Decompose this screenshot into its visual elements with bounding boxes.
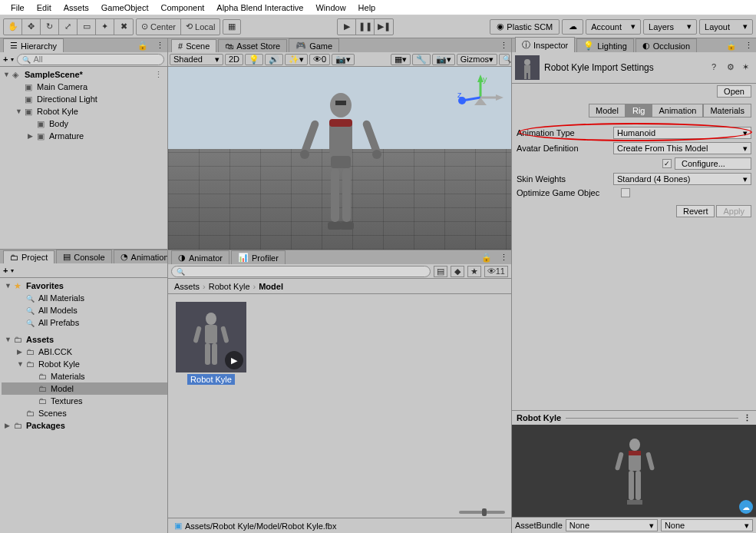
hierarchy-item[interactable]: Main Camera — [0, 81, 167, 93]
hierarchy-add-button[interactable]: + — [3, 55, 8, 64]
settings-icon[interactable]: ✶ — [742, 62, 753, 73]
hierarchy-item[interactable]: Body — [0, 118, 167, 130]
avatar-def-dropdown[interactable]: Create From This Model▾ — [613, 142, 751, 154]
folder-item[interactable]: ▼Robot Kyle — [2, 358, 167, 370]
filter-type[interactable]: ▤ — [434, 266, 447, 277]
play-button[interactable]: ▶ — [338, 19, 356, 35]
folder-item[interactable]: ▶ABI.CCK — [2, 346, 167, 358]
hidden-count[interactable]: 👁11 — [484, 266, 508, 277]
filter-label[interactable]: ◆ — [451, 266, 464, 277]
profiler-tab[interactable]: 📊 Profiler — [231, 250, 286, 264]
cloud-button[interactable]: ☁ — [562, 19, 583, 35]
play-icon[interactable]: ▶ — [225, 351, 243, 369]
menu-abi[interactable]: Alpha Blend Interactive — [210, 3, 309, 12]
hierarchy-search[interactable]: All — [17, 54, 164, 65]
2d-toggle[interactable]: 2D — [225, 54, 243, 65]
rig-tab[interactable]: Rig — [626, 104, 652, 118]
breadcrumb-item[interactable]: Model — [259, 282, 283, 291]
hierarchy-menu-icon[interactable]: ⋮ — [153, 39, 167, 52]
project-lock-icon[interactable]: 🔒 — [478, 251, 495, 264]
animator-tab[interactable]: ◑ Animator — [171, 250, 229, 264]
menu-gameobject[interactable]: GameObject — [95, 3, 155, 12]
project-tab[interactable]: 🗀 Project — [3, 250, 54, 263]
layout-dropdown[interactable]: Layout▾ — [699, 19, 753, 35]
apply-button[interactable]: Apply — [716, 205, 751, 217]
scene-view[interactable]: y z — [168, 67, 511, 250]
menu-component[interactable]: Component — [154, 3, 210, 12]
inspector-menu-icon[interactable]: ⋮ — [741, 39, 756, 52]
presets-icon[interactable]: ⚙ — [727, 62, 738, 73]
skin-weights-dropdown[interactable]: Standard (4 Bones)▾ — [613, 173, 751, 185]
project-add-button[interactable]: + — [3, 266, 8, 275]
shading-dropdown[interactable]: Shaded▾ — [170, 54, 223, 65]
hand-tool[interactable]: ✋ — [4, 19, 22, 35]
pivot-local[interactable]: ⟲Local — [181, 19, 220, 35]
folder-item[interactable]: Scenes — [2, 407, 167, 419]
assets-header[interactable]: ▼Assets — [2, 333, 167, 346]
transform-tool[interactable]: ✦ — [96, 19, 114, 35]
gizmos-dropdown[interactable]: Gizmos▾ — [457, 54, 497, 65]
configure-button[interactable]: Configure... — [675, 157, 751, 170]
asset-store-tab[interactable]: 🛍 Asset Store — [218, 39, 287, 52]
custom-tool[interactable]: ✖ — [114, 19, 133, 35]
menu-help[interactable]: Help — [352, 3, 382, 12]
console-tab[interactable]: ▤ Console — [56, 250, 111, 263]
favorite-item[interactable]: All Prefabs — [2, 316, 167, 329]
camera-toggle[interactable]: 📷▾ — [332, 54, 355, 65]
hidden-toggle[interactable]: 👁0 — [309, 54, 330, 65]
help-icon[interactable]: ? — [711, 62, 722, 73]
tools-toggle[interactable]: 🔧 — [412, 54, 431, 65]
pivot-center[interactable]: ⊙Center — [137, 19, 181, 35]
rotate-tool[interactable]: ↻ — [41, 19, 59, 35]
menu-assets[interactable]: Assets — [58, 3, 95, 12]
rect-tool[interactable]: ▭ — [78, 19, 96, 35]
revert-button[interactable]: Revert — [676, 205, 715, 217]
materials-tab[interactable]: Materials — [703, 104, 751, 118]
asset-bundle-dropdown[interactable]: None▾ — [566, 519, 658, 531]
fx-toggle[interactable]: ✨▾ — [285, 54, 308, 65]
animation-tab[interactable]: ◔ Animation — [114, 250, 176, 263]
favorite-item[interactable]: All Materials — [2, 292, 167, 304]
orientation-gizmo[interactable]: y z — [457, 74, 503, 121]
account-dropdown[interactable]: Account▾ — [586, 19, 641, 35]
hierarchy-item[interactable]: ▼Robot Kyle — [0, 105, 167, 118]
inspector-tab[interactable]: ⓘ Inspector — [515, 37, 575, 52]
preview-viewport[interactable]: ☁ — [512, 425, 756, 517]
game-tab[interactable]: 🎮 Game — [289, 38, 339, 52]
hierarchy-tab[interactable]: ☰ Hierarchy — [3, 38, 64, 52]
open-button[interactable]: Open — [717, 85, 751, 98]
save-search[interactable]: ★ — [467, 266, 481, 277]
packages-header[interactable]: ▶Packages — [2, 419, 167, 432]
collab-button[interactable]: ◉Plastic SCM — [490, 19, 560, 35]
grid-toggle[interactable]: ▦▾ — [391, 54, 411, 65]
pause-button[interactable]: ❚❚ — [356, 19, 375, 35]
camera-settings[interactable]: 📷▾ — [432, 54, 455, 65]
scene-row[interactable]: ▼◈SampleScene*⋮ — [0, 68, 167, 81]
menu-edit[interactable]: Edit — [31, 3, 58, 12]
animation-type-dropdown[interactable]: Humanoid▾ — [613, 127, 751, 139]
layers-dropdown[interactable]: Layers▾ — [643, 19, 697, 35]
hierarchy-item[interactable]: Directional Light — [0, 93, 167, 105]
snap-toggle[interactable]: ▦ — [223, 19, 241, 35]
favorites-header[interactable]: ▼Favorites — [2, 280, 167, 292]
scale-tool[interactable]: ⤢ — [59, 19, 78, 35]
folder-item[interactable]: Model — [2, 382, 167, 395]
lighting-toggle[interactable]: 💡 — [245, 54, 263, 65]
folder-item[interactable]: Materials — [2, 370, 167, 382]
scene-search[interactable] — [499, 54, 510, 65]
scene-tab[interactable]: # Scene — [171, 39, 216, 52]
preview-menu-icon[interactable]: ⋮ — [743, 413, 751, 423]
breadcrumb-item[interactable]: Robot Kyle — [209, 282, 250, 291]
size-slider[interactable] — [459, 511, 505, 514]
asset-bundle-variant[interactable]: None▾ — [661, 519, 753, 531]
occlusion-tab[interactable]: ◐ Occlusion — [636, 38, 697, 52]
folder-item[interactable]: Textures — [2, 395, 167, 407]
breadcrumb-item[interactable]: Assets — [174, 282, 200, 291]
project-panel-menu[interactable]: ⋮ — [497, 251, 511, 264]
menu-window[interactable]: Window — [309, 3, 352, 12]
optimize-checkbox[interactable] — [621, 188, 630, 197]
project-search[interactable] — [171, 266, 431, 277]
lighting-tab[interactable]: 💡 Lighting — [576, 38, 634, 52]
audio-toggle[interactable]: 🔊 — [265, 54, 283, 65]
step-button[interactable]: ▶❚ — [375, 19, 393, 35]
